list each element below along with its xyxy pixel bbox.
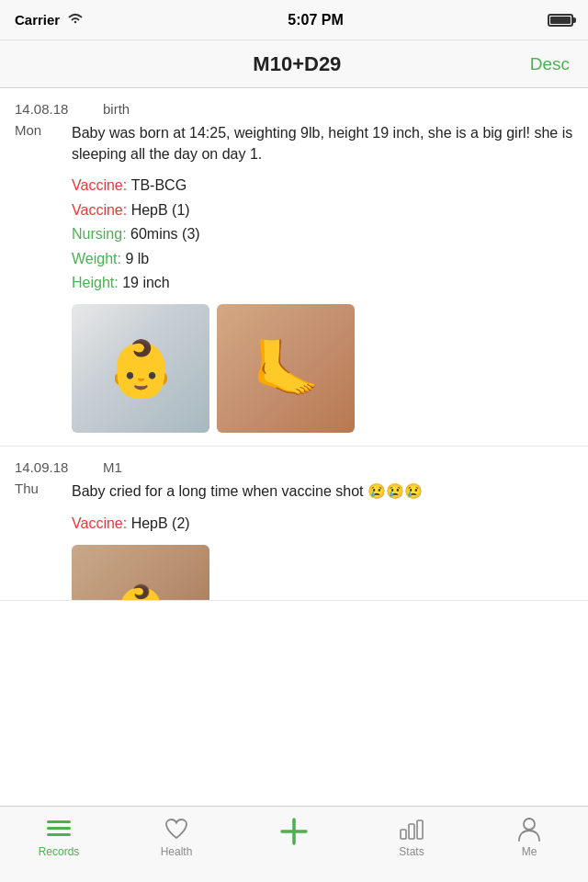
entry-header-birth: 14.08.18 birth: [0, 88, 588, 122]
nursing-value: 60mins (3): [130, 226, 200, 242]
detail-vaccine-2: Vaccine: HepB (1): [72, 200, 573, 220]
nav-desc-button[interactable]: Desc: [530, 54, 570, 74]
detail-vaccine-1: Vaccine: TB-BCG: [72, 175, 573, 196]
svg-rect-0: [47, 820, 71, 823]
tab-me-label: Me: [522, 845, 537, 858]
entry-images-2: 👶: [72, 545, 573, 600]
carrier-label: Carrier: [15, 12, 60, 28]
tab-stats[interactable]: Stats: [353, 816, 470, 858]
entry-date-1: 14.08.18: [15, 101, 88, 117]
status-left: Carrier: [15, 12, 84, 28]
entry-note-2: Baby cried for a long time when vaccine …: [72, 481, 573, 502]
entry-body-2: Baby cried for a long time when vaccine …: [61, 481, 573, 600]
entry-dayofweek-2: Thu: [15, 481, 61, 600]
entry-dayofweek-1: Mon: [15, 122, 61, 446]
wifi-icon: [67, 12, 84, 28]
vaccine-label-3: Vaccine:: [72, 515, 131, 531]
tab-bar: Records Health Stats: [0, 806, 588, 882]
records-icon: [44, 816, 74, 842]
svg-point-8: [524, 819, 535, 830]
vaccine-value-1: TB-BCG: [131, 177, 187, 193]
detail-height: Height: 19 inch: [72, 273, 573, 293]
record-entry-m1: 14.09.18 M1 Thu Baby cried for a long ti…: [0, 447, 588, 601]
vaccine-label-1: Vaccine:: [72, 177, 131, 193]
nav-title: M10+D29: [64, 52, 530, 76]
content-area: 14.08.18 birth Mon Baby was born at 14:2…: [0, 88, 588, 806]
vaccine-value-3: HepB (2): [131, 515, 190, 531]
weight-value: 9 lb: [125, 251, 149, 266]
detail-vaccine-3: Vaccine: HepB (2): [72, 514, 573, 534]
nursing-label: Nursing:: [72, 226, 130, 242]
svg-rect-1: [47, 827, 71, 830]
detail-weight: Weight: 9 lb: [72, 249, 573, 269]
baby-face-image[interactable]: 👶: [72, 545, 209, 600]
entry-details-2: Vaccine: HepB (2): [72, 514, 573, 534]
baby-feet-image[interactable]: [217, 304, 355, 433]
stats-icon: [397, 816, 426, 842]
svg-rect-6: [409, 824, 414, 839]
nav-bar: M10+D29 Desc: [0, 40, 588, 88]
me-icon: [514, 816, 544, 842]
entry-body-1: Baby was born at 14:25, weighting 9lb, h…: [61, 122, 573, 446]
status-right: [548, 14, 573, 27]
status-bar: Carrier 5:07 PM: [0, 0, 588, 40]
svg-rect-2: [47, 833, 71, 836]
entry-header-m1: 14.09.18 M1: [0, 447, 588, 481]
tab-health[interactable]: Health: [118, 816, 235, 858]
height-label: Height:: [72, 275, 122, 290]
height-value: 19 inch: [122, 275, 170, 290]
entry-type-2: M1: [103, 459, 122, 475]
tab-stats-label: Stats: [399, 845, 424, 858]
baby-sleeping-image[interactable]: [72, 304, 209, 433]
tab-records-label: Records: [39, 845, 80, 858]
tab-me[interactable]: Me: [470, 816, 588, 858]
entry-note-1: Baby was born at 14:25, weighting 9lb, h…: [72, 122, 573, 164]
tab-add[interactable]: [235, 816, 353, 853]
entry-date-2: 14.09.18: [15, 459, 88, 475]
vaccine-value-2: HepB (1): [131, 202, 190, 218]
battery-icon: [548, 14, 573, 27]
status-time: 5:07 PM: [288, 12, 343, 28]
entry-images-1: [72, 304, 573, 433]
weight-label: Weight:: [72, 251, 125, 266]
entry-type-1: birth: [103, 101, 130, 117]
health-icon: [162, 816, 191, 842]
svg-rect-7: [417, 820, 423, 839]
vaccine-label-2: Vaccine:: [72, 202, 131, 218]
tab-records[interactable]: Records: [0, 816, 118, 858]
svg-rect-5: [401, 830, 406, 839]
tab-health-label: Health: [161, 845, 193, 858]
add-icon: [273, 810, 315, 853]
entry-details-1: Vaccine: TB-BCG Vaccine: HepB (1) Nursin…: [72, 175, 573, 293]
record-entry-birth: 14.08.18 birth Mon Baby was born at 14:2…: [0, 88, 588, 447]
detail-nursing: Nursing: 60mins (3): [72, 224, 573, 244]
